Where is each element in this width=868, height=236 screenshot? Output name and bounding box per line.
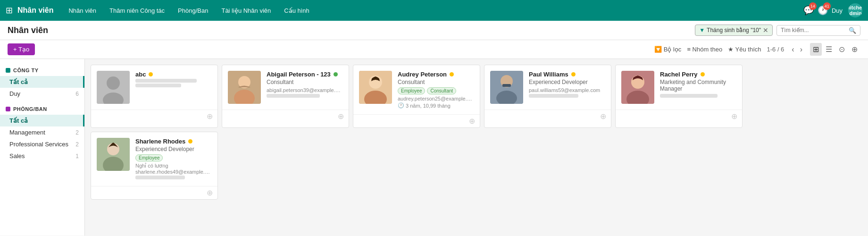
user-avatar[interactable]: Mitchell Admin	[848, 3, 862, 17]
admin-label: Mitchell Admin	[848, 5, 862, 16]
top-right-actions: 💬 14 🕐 41 Duy Mitchell Admin	[803, 3, 862, 17]
view-kanban-btn[interactable]: ⊞	[810, 43, 822, 56]
next-page-btn[interactable]: ›	[798, 44, 804, 55]
sidebar-item-dept-all[interactable]: Tất cả	[0, 115, 84, 126]
emp-info-3: Audrey Peterson Consultant Employee Cons…	[398, 71, 474, 109]
emp-name-5: Rachel Perry	[660, 71, 698, 78]
pagination-controls: ‹ ›	[790, 44, 804, 55]
emp-duration-3: 🕐 3 năm, 10,99 tháng	[398, 102, 474, 109]
app-grid-icon[interactable]: ⊞	[6, 5, 13, 16]
employee-card-6[interactable]: Sharlene Rhodes Experienced Developer Em…	[91, 132, 218, 200]
top-navigation: ⊞ Nhân viên Nhân viên Thâm niên Công tác…	[0, 0, 868, 21]
user-name: Duy	[832, 7, 843, 14]
emp-info-1: abc	[135, 71, 212, 104]
card-add-btn-1[interactable]: ⊕	[207, 112, 213, 121]
emp-status-dot-5	[701, 72, 705, 76]
create-button[interactable]: + Tạo	[8, 43, 35, 55]
sidebar-item-management[interactable]: Management 2	[0, 126, 84, 138]
filter-btn[interactable]: 🔽 Bộ lọc	[654, 46, 681, 53]
main-layout: CÔNG TY Tất cả Duy 6 PHÒNG/BAN Tất cả Ma…	[0, 59, 868, 236]
emp-name-2: Abigail Peterson - 123	[267, 71, 331, 78]
group-btn[interactable]: ≡ Nhóm theo	[687, 46, 722, 53]
emp-masked-2	[135, 84, 181, 87]
emp-name-1: abc	[135, 71, 146, 78]
dept-section-title: PHÒNG/BAN	[0, 103, 84, 115]
app-title: Nhân viên	[17, 6, 53, 15]
emp-name-3: Audrey Peterson	[398, 71, 447, 78]
emp-masked-4	[529, 94, 578, 98]
emp-tag-consultant-3: Consultant	[427, 87, 456, 94]
view-map-btn[interactable]: ⊙	[836, 43, 848, 56]
emp-avatar-3	[359, 71, 392, 104]
emp-avatar-1	[97, 71, 130, 104]
nav-nhanvien[interactable]: Nhân viên	[63, 4, 102, 17]
alerts-icon[interactable]: 🕐 41	[818, 5, 828, 16]
dept-section-icon	[6, 107, 10, 111]
filter-area: ▼ Tháng sinh bằng "10" ✕ 🔍	[695, 25, 860, 36]
emp-masked-6	[135, 176, 185, 179]
nav-tailieu[interactable]: Tài liệu Nhân viên	[216, 4, 276, 17]
prev-page-btn[interactable]: ‹	[790, 44, 796, 55]
emp-email-2: abigail.peterson39@example.co...	[267, 87, 343, 93]
emp-masked-5	[660, 94, 718, 98]
filter-remove-btn[interactable]: ✕	[763, 26, 768, 34]
sidebar-item-company-all[interactable]: Tất cả	[0, 76, 84, 88]
emp-avatar-5	[621, 71, 654, 104]
card-add-btn-6[interactable]: ⊕	[207, 188, 213, 197]
svg-point-1	[107, 76, 120, 90]
nav-thamniencongac[interactable]: Thâm niên Công tác	[104, 4, 170, 17]
view-mode-switcher: ⊞ ☰ ⊙ ⊕	[810, 43, 860, 56]
emp-avatar-4	[490, 71, 523, 104]
emp-masked-3	[267, 94, 320, 98]
nav-links: Nhân viên Thâm niên Công tác Phòng/Ban T…	[63, 4, 803, 17]
emp-role-5: Marketing and Community Manager	[660, 79, 736, 92]
emp-info-5: Rachel Perry Marketing and Community Man…	[660, 71, 736, 104]
page-title: Nhân viên	[8, 25, 695, 35]
emp-tags-3: Employee Consultant	[398, 87, 474, 94]
emp-name-4: Paul Williams	[529, 71, 568, 78]
emp-tags-6: Employee	[135, 154, 212, 161]
emp-tag-employee-6: Employee	[135, 154, 163, 161]
toolbar-right: 🔽 Bộ lọc ≡ Nhóm theo ★ Yêu thích 1-6 / 6…	[654, 43, 860, 56]
sidebar-item-sales[interactable]: Sales 1	[0, 150, 84, 162]
emp-name-6: Sharlene Rhodes	[135, 138, 185, 145]
card-add-btn-3[interactable]: ⊕	[469, 117, 475, 126]
search-input-wrap: 🔍	[776, 25, 860, 36]
employee-card-4[interactable]: Paul Williams Experienced Developer paul…	[484, 65, 611, 128]
search-input[interactable]	[781, 27, 847, 34]
emp-tag-employee-3: Employee	[398, 87, 425, 94]
nav-cauhinh[interactable]: Cấu hình	[278, 4, 315, 17]
emp-role-6: Experienced Developer	[135, 146, 212, 152]
employee-cards-area: abc ⊕	[85, 59, 868, 236]
emp-role-2: Consultant	[267, 79, 343, 85]
filter-funnel-icon: ▼	[699, 27, 705, 34]
employee-card-3[interactable]: Audrey Peterson Consultant Employee Cons…	[353, 65, 480, 128]
card-add-btn-2[interactable]: ⊕	[338, 112, 344, 121]
emp-info-6: Sharlene Rhodes Experienced Developer Em…	[135, 138, 212, 180]
alerts-badge: 41	[823, 2, 831, 10]
fav-btn[interactable]: ★ Yêu thích	[728, 46, 761, 53]
clock-icon-3: 🕐	[398, 102, 404, 109]
messages-icon[interactable]: 💬 14	[803, 5, 814, 16]
employee-card-1[interactable]: abc ⊕	[91, 65, 218, 128]
view-list-btn[interactable]: ☰	[823, 43, 835, 56]
company-section-title: CÔNG TY	[0, 65, 84, 76]
emp-role-4: Experienced Developer	[529, 79, 605, 85]
search-icon[interactable]: 🔍	[849, 27, 856, 34]
filter-label: Tháng sinh bằng "10"	[707, 27, 761, 34]
view-other-btn[interactable]: ⊕	[849, 43, 860, 56]
sidebar-item-duy[interactable]: Duy 6	[0, 88, 84, 100]
sidebar-item-professional-services[interactable]: Professional Services 2	[0, 138, 84, 150]
company-section-icon	[6, 68, 10, 73]
employee-card-2[interactable]: Abigail Peterson - 123 Consultant abigai…	[222, 65, 349, 128]
emp-avatar-2	[228, 71, 261, 104]
emp-info-4: Paul Williams Experienced Developer paul…	[529, 71, 605, 104]
employee-card-5[interactable]: Rachel Perry Marketing and Community Man…	[615, 65, 743, 128]
sub-header: Nhân viên ▼ Tháng sinh bằng "10" ✕ 🔍	[0, 21, 868, 40]
card-add-btn-4[interactable]: ⊕	[600, 112, 606, 121]
emp-status-dot-3	[450, 72, 454, 76]
emp-email-6: sharlene.rhodes49@example.co...	[135, 169, 212, 175]
nav-phongban[interactable]: Phòng/Ban	[172, 4, 214, 17]
emp-role-3: Consultant	[398, 79, 474, 85]
card-add-btn-5[interactable]: ⊕	[731, 112, 737, 121]
